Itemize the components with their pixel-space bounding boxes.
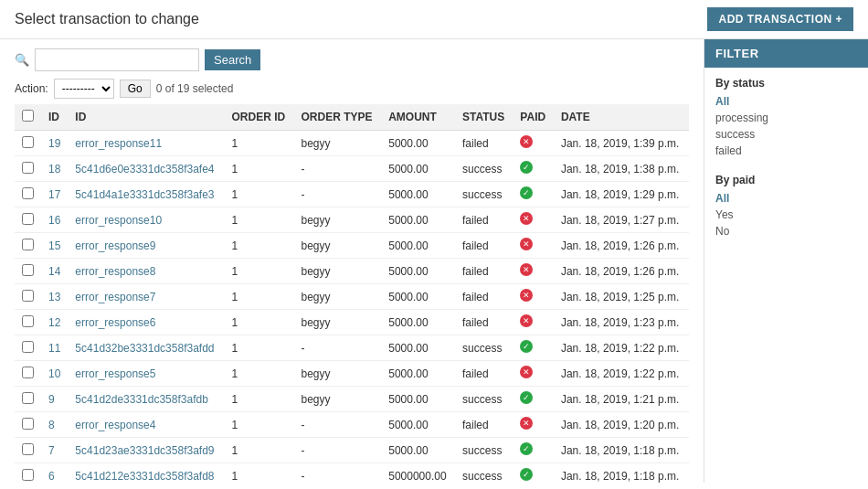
- row-checkbox-cell[interactable]: [15, 233, 41, 259]
- row-checkbox-cell[interactable]: [15, 259, 41, 284]
- row-checkbox[interactable]: [22, 239, 34, 250]
- sidebar: FILTER By status All processing success …: [704, 39, 868, 483]
- row-checkbox-cell[interactable]: [15, 438, 41, 463]
- row-checkbox[interactable]: [22, 315, 34, 327]
- row-order-type: begyy: [294, 131, 382, 156]
- col-date[interactable]: DATE: [554, 104, 689, 131]
- col-id-num[interactable]: ID: [41, 104, 68, 131]
- filter-status-failed[interactable]: failed: [715, 143, 857, 159]
- row-id-num-link[interactable]: 7: [48, 444, 55, 457]
- row-checkbox[interactable]: [22, 213, 34, 225]
- row-id-num-link[interactable]: 17: [48, 188, 60, 201]
- search-input[interactable]: [35, 48, 199, 71]
- row-id-str-link[interactable]: 5c41d23ae3331dc358f3afd9: [75, 444, 214, 457]
- page-wrapper: Select transaction to change ADD TRANSAC…: [0, 0, 868, 489]
- row-id-num-link[interactable]: 12: [48, 316, 60, 329]
- col-status[interactable]: STATUS: [455, 104, 513, 131]
- row-paid: [513, 412, 554, 438]
- col-paid[interactable]: PAID: [513, 104, 554, 131]
- row-status: failed: [455, 131, 513, 156]
- row-checkbox-cell[interactable]: [15, 182, 41, 207]
- row-id-str-link[interactable]: 5c41d2de3331dc358f3afdb: [75, 393, 207, 406]
- row-checkbox-cell[interactable]: [15, 131, 41, 156]
- row-checkbox-cell[interactable]: [15, 463, 41, 484]
- row-id-num-link[interactable]: 16: [48, 214, 60, 227]
- row-checkbox[interactable]: [22, 290, 34, 302]
- row-status: failed: [455, 259, 513, 284]
- filter-status-success[interactable]: success: [715, 126, 857, 143]
- search-button[interactable]: Search: [205, 49, 260, 70]
- row-checkbox-cell[interactable]: [15, 361, 41, 387]
- row-id-str-link[interactable]: 5c41d32be3331dc358f3afdd: [75, 342, 214, 355]
- paid-failed-icon: [520, 212, 533, 225]
- filter-paid-yes[interactable]: Yes: [715, 207, 857, 223]
- filter-status-all[interactable]: All: [715, 93, 857, 110]
- col-id-str[interactable]: ID: [68, 104, 224, 131]
- row-id-str-link[interactable]: error_response6: [75, 316, 155, 329]
- filter-paid-all[interactable]: All: [715, 190, 857, 207]
- row-date: Jan. 18, 2019, 1:18 p.m.: [554, 463, 689, 484]
- row-id-num-link[interactable]: 15: [48, 239, 60, 252]
- row-checkbox-cell[interactable]: [15, 156, 41, 182]
- row-checkbox-cell[interactable]: [15, 387, 41, 412]
- row-checkbox-cell[interactable]: [15, 335, 41, 361]
- row-id-num-link[interactable]: 6: [48, 470, 55, 483]
- row-checkbox[interactable]: [22, 187, 34, 199]
- row-checkbox[interactable]: [22, 469, 34, 481]
- row-id-num-link[interactable]: 11: [48, 342, 60, 355]
- row-amount: 5000.00: [381, 182, 455, 207]
- row-order-id: 1: [225, 361, 294, 387]
- row-status: success: [455, 335, 513, 361]
- row-checkbox[interactable]: [22, 367, 34, 378]
- col-order-id[interactable]: ORDER ID: [225, 104, 294, 131]
- row-checkbox[interactable]: [22, 443, 34, 455]
- row-date: Jan. 18, 2019, 1:20 p.m.: [554, 412, 689, 438]
- row-id-str-link[interactable]: error_response10: [75, 214, 162, 227]
- row-id-num-link[interactable]: 13: [48, 291, 60, 303]
- row-date: Jan. 18, 2019, 1:22 p.m.: [554, 335, 689, 361]
- row-checkbox-cell[interactable]: [15, 310, 41, 335]
- row-id-num-link[interactable]: 18: [48, 163, 60, 175]
- filter-status-processing[interactable]: processing: [715, 110, 857, 126]
- row-date: Jan. 18, 2019, 1:27 p.m.: [554, 207, 689, 233]
- row-id-str-link[interactable]: 5c41d212e3331dc358f3afd8: [75, 470, 214, 483]
- row-id-num-link[interactable]: 10: [48, 367, 60, 380]
- row-checkbox[interactable]: [22, 341, 34, 353]
- row-status: success: [455, 438, 513, 463]
- row-checkbox-cell[interactable]: [15, 412, 41, 438]
- filter-paid-no[interactable]: No: [715, 223, 857, 239]
- row-id-num: 18: [41, 156, 68, 182]
- row-id-num: 12: [41, 310, 68, 335]
- select-all-checkbox[interactable]: [22, 110, 34, 122]
- row-id-str-link[interactable]: error_response4: [75, 419, 155, 431]
- row-checkbox[interactable]: [22, 418, 34, 430]
- select-all-checkbox-header[interactable]: [15, 104, 41, 131]
- row-checkbox[interactable]: [22, 136, 34, 148]
- row-id-num-link[interactable]: 8: [48, 419, 55, 431]
- paid-failed-icon: [520, 135, 533, 148]
- row-id-str-link[interactable]: error_response5: [75, 367, 155, 380]
- row-amount: 5000.00: [381, 284, 455, 310]
- col-amount[interactable]: AMOUNT: [381, 104, 455, 131]
- row-checkbox[interactable]: [22, 264, 34, 276]
- row-id-str-link[interactable]: error_response7: [75, 291, 155, 303]
- row-id-num: 8: [41, 412, 68, 438]
- row-id-str-link[interactable]: 5c41d6e0e3331dc358f3afe4: [75, 163, 214, 175]
- col-order-type[interactable]: ORDER TYPE: [294, 104, 382, 131]
- row-checkbox-cell[interactable]: [15, 207, 41, 233]
- table-row: 15error_response91begyy5000.00failedJan.…: [15, 233, 689, 259]
- row-id-str-link[interactable]: error_response9: [75, 239, 155, 252]
- row-id-str-link[interactable]: error_response11: [75, 137, 162, 150]
- row-checkbox-cell[interactable]: [15, 284, 41, 310]
- row-id-str-link[interactable]: error_response8: [75, 265, 155, 278]
- row-id-num-link[interactable]: 19: [48, 137, 60, 150]
- row-id-str: error_response6: [68, 310, 224, 335]
- add-transaction-button[interactable]: ADD TRANSACTION +: [707, 7, 853, 31]
- row-id-num-link[interactable]: 14: [48, 265, 60, 278]
- go-button[interactable]: Go: [120, 80, 151, 98]
- row-checkbox[interactable]: [22, 392, 34, 404]
- row-checkbox[interactable]: [22, 162, 34, 174]
- row-id-num-link[interactable]: 9: [48, 393, 55, 406]
- row-id-str-link[interactable]: 5c41d4a1e3331dc358f3afe3: [75, 188, 214, 201]
- action-select[interactable]: ---------: [54, 79, 114, 99]
